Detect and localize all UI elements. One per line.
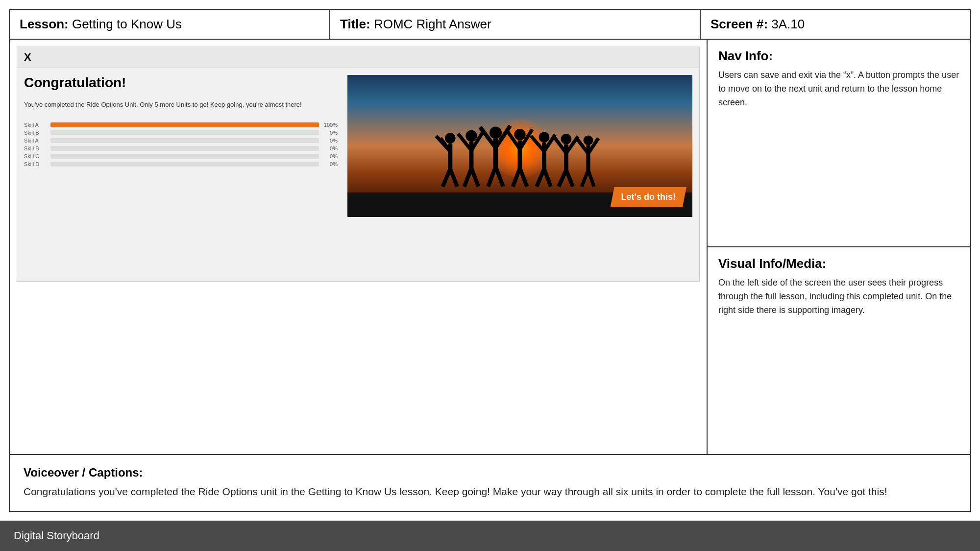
svg-line-5 bbox=[450, 169, 457, 187]
skill-row-4: Skill C 0% bbox=[24, 153, 338, 159]
title-value: ROMC Right Answer bbox=[374, 17, 491, 31]
svg-point-24 bbox=[539, 132, 550, 143]
svg-point-0 bbox=[445, 133, 456, 144]
skill-bar-bg-4 bbox=[50, 154, 319, 159]
screen-mockup: X Congratulation! You've completed the R… bbox=[17, 47, 700, 282]
skills-list: Skill A 100% Skill B bbox=[24, 122, 338, 169]
svg-line-4 bbox=[442, 169, 450, 187]
svg-line-29 bbox=[544, 169, 551, 187]
skill-row-1: Skill B 0% bbox=[24, 130, 338, 136]
skill-pct-1: 0% bbox=[322, 130, 338, 136]
voiceover-text: Congratulations you've completed the Rid… bbox=[24, 483, 956, 500]
lesson-cell: Lesson: Getting to Know Us bbox=[10, 10, 330, 39]
middle-row: X Congratulation! You've completed the R… bbox=[9, 39, 971, 454]
svg-line-23 bbox=[520, 168, 527, 187]
mockup-right: Let's do this! bbox=[347, 75, 692, 274]
visual-info-body: On the left side of the screen the user … bbox=[718, 276, 959, 317]
screen-label: Screen #: bbox=[710, 17, 768, 31]
skill-pct-0: 100% bbox=[322, 122, 338, 128]
skill-pct-2: 0% bbox=[322, 138, 338, 144]
skill-bar-bg-3 bbox=[50, 146, 319, 151]
silhouettes bbox=[347, 112, 692, 200]
title-cell: Title: ROMC Right Answer bbox=[330, 10, 701, 39]
photo-area: Let's do this! bbox=[347, 75, 692, 217]
skill-bar-bg-2 bbox=[50, 138, 319, 143]
screen-value: 3A.10 bbox=[771, 17, 805, 31]
skill-bar-fill-0 bbox=[50, 122, 319, 127]
congrats-text: You've completed the Ride Options Unit. … bbox=[24, 100, 338, 109]
mockup-body: Congratulation! You've completed the Rid… bbox=[17, 68, 699, 281]
svg-point-18 bbox=[514, 129, 525, 140]
congrats-title: Congratulation! bbox=[24, 75, 338, 91]
skill-bar-bg-5 bbox=[50, 162, 319, 167]
skill-label-3: Skill B bbox=[24, 145, 48, 151]
svg-point-6 bbox=[466, 130, 477, 142]
skill-label-2: Skill A bbox=[24, 138, 48, 144]
svg-point-30 bbox=[561, 134, 572, 144]
skill-pct-4: 0% bbox=[322, 153, 338, 159]
nav-info-heading: Nav Info: bbox=[718, 48, 959, 64]
lesson-label: Lesson: bbox=[20, 17, 69, 31]
close-icon[interactable]: X bbox=[24, 51, 31, 63]
nav-info-section: Nav Info: Users can save and exit via th… bbox=[708, 40, 970, 247]
skill-row-5: Skill D 0% bbox=[24, 161, 338, 167]
svg-point-36 bbox=[584, 136, 593, 145]
skill-row-0: Skill A 100% bbox=[24, 122, 338, 128]
skill-row-3: Skill B 0% bbox=[24, 145, 338, 151]
svg-line-41 bbox=[588, 170, 594, 187]
visual-info-heading: Visual Info/Media: bbox=[718, 256, 959, 271]
preview-pane: X Congratulation! You've completed the R… bbox=[10, 40, 708, 454]
mockup-close-button[interactable]: X bbox=[17, 47, 699, 68]
skill-label-1: Skill B bbox=[24, 130, 48, 136]
voiceover-heading: Voiceover / Captions: bbox=[24, 466, 956, 479]
footer-label: Digital Storyboard bbox=[14, 529, 99, 542]
svg-line-17 bbox=[495, 167, 503, 187]
screen-cell: Screen #: 3A.10 bbox=[701, 10, 970, 39]
title-label: Title: bbox=[340, 17, 370, 31]
svg-point-12 bbox=[490, 127, 502, 139]
cta-button[interactable]: Let's do this! bbox=[611, 187, 686, 207]
svg-line-35 bbox=[566, 170, 573, 187]
skill-label-5: Skill D bbox=[24, 161, 48, 167]
svg-line-16 bbox=[488, 167, 495, 187]
skill-pct-3: 0% bbox=[322, 145, 338, 151]
skill-bar-bg-1 bbox=[50, 130, 319, 135]
skill-bar-bg-0 bbox=[50, 122, 319, 127]
svg-line-11 bbox=[471, 168, 478, 187]
lesson-value: Getting to Know Us bbox=[72, 17, 182, 31]
visual-info-section: Visual Info/Media: On the left side of t… bbox=[708, 247, 970, 454]
skill-row-2: Skill A 0% bbox=[24, 138, 338, 144]
info-pane: Nav Info: Users can save and exit via th… bbox=[708, 40, 970, 454]
nav-info-body: Users can save and exit via the “x”. A b… bbox=[718, 69, 959, 110]
skill-label-0: Skill A bbox=[24, 122, 48, 128]
skill-label-4: Skill C bbox=[24, 153, 48, 159]
mockup-left: Congratulation! You've completed the Rid… bbox=[24, 75, 338, 274]
header-row: Lesson: Getting to Know Us Title: ROMC R… bbox=[9, 9, 971, 39]
skill-pct-5: 0% bbox=[322, 161, 338, 167]
footer: Digital Storyboard bbox=[0, 521, 980, 551]
voiceover-row: Voiceover / Captions: Congratulations yo… bbox=[9, 454, 971, 512]
